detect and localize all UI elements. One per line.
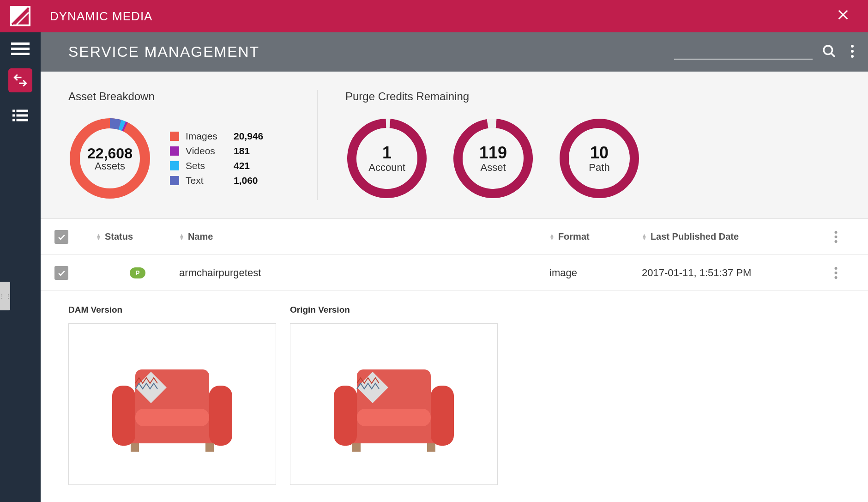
svg-point-28 [834, 231, 837, 234]
legend-label: Text [186, 175, 227, 186]
status-badge: P [130, 267, 145, 278]
content-scroll[interactable]: Asset Breakdown [41, 72, 868, 502]
legend-item: Images 20,946 [170, 131, 263, 142]
col-name[interactable]: ▲▼Name [179, 231, 549, 242]
svg-rect-38 [135, 409, 209, 426]
col-format[interactable]: ▲▼Format [549, 231, 642, 242]
sort-icon: ▲▼ [96, 234, 101, 240]
legend-value: 181 [234, 145, 250, 157]
svg-point-18 [851, 55, 854, 58]
svg-point-30 [834, 240, 837, 243]
cell-published: 2017-01-11, 1:51:37 PM [642, 267, 817, 279]
asset-total-value: 22,608 [87, 145, 133, 162]
dam-version-label: DAM Version [68, 305, 276, 315]
dam-version-column: DAM Version [68, 305, 276, 485]
cell-name: armchairpurgetest [179, 267, 549, 279]
legend-swatch [170, 146, 179, 156]
svg-rect-35 [112, 386, 135, 446]
col-published-label: Last Published Date [651, 231, 739, 242]
svg-rect-10 [12, 115, 15, 116]
legend-swatch [170, 176, 179, 185]
app-title: DYNAMIC MEDIA [50, 9, 832, 24]
purge-gauge-account: 1 Account [345, 117, 428, 200]
assets-table: ▲▼Status ▲▼Name ▲▼Format ▲▼Last Publishe… [41, 219, 868, 291]
gauge-label: Asset [480, 162, 506, 174]
nav-service-management[interactable] [8, 68, 32, 92]
asset-breakdown-title: Asset Breakdown [68, 90, 299, 103]
dam-version-preview[interactable] [68, 323, 276, 485]
origin-version-column: Origin Version [290, 305, 498, 485]
top-bar: DYNAMIC MEDIA [0, 0, 868, 32]
svg-point-31 [834, 267, 837, 270]
check-icon [57, 268, 66, 278]
table-header-row: ▲▼Status ▲▼Name ▲▼Format ▲▼Last Publishe… [41, 219, 868, 255]
more-vert-icon [834, 266, 838, 279]
gauge-value: 1 [382, 143, 392, 163]
svg-rect-43 [334, 386, 357, 446]
svg-point-32 [834, 272, 837, 274]
svg-point-16 [851, 45, 854, 48]
cell-format: image [549, 267, 642, 279]
armchair-image [325, 351, 463, 457]
svg-point-17 [851, 50, 854, 53]
legend-value: 1,060 [234, 175, 258, 186]
purge-credits-title: Purge Credits Remaining [345, 90, 840, 103]
gauge-label: Path [589, 162, 609, 174]
hamburger-icon [11, 42, 30, 55]
purge-gauge-asset: 119 Asset [452, 117, 535, 200]
svg-rect-5 [11, 42, 30, 45]
legend-item: Text 1,060 [170, 175, 263, 186]
nav-list-view[interactable] [8, 103, 32, 127]
asset-breakdown-panel: Asset Breakdown [68, 90, 318, 200]
svg-rect-11 [17, 115, 28, 116]
search-input[interactable] [674, 45, 813, 60]
asset-breakdown-donut: 22,608 Assets [68, 117, 151, 200]
asset-breakdown-legend: Images 20,946 Videos 181 Sets [170, 131, 263, 186]
svg-rect-47 [352, 443, 361, 452]
purge-gauge-path: 10 Path [558, 117, 641, 200]
sidebar-expand-handle[interactable]: ⋮⋮ [0, 282, 10, 310]
search-button[interactable] [822, 44, 837, 60]
dashboard-row: Asset Breakdown [41, 72, 868, 219]
sort-icon: ▲▼ [549, 234, 555, 240]
close-button[interactable] [832, 8, 854, 25]
table-header-more-button[interactable] [817, 230, 854, 243]
app-logo [0, 0, 41, 32]
transfer-icon [13, 73, 27, 87]
page-more-button[interactable] [850, 44, 854, 60]
check-icon [57, 232, 66, 242]
svg-rect-44 [431, 386, 454, 446]
svg-rect-48 [427, 443, 435, 452]
svg-point-33 [834, 276, 837, 279]
gauge-value: 10 [590, 143, 609, 163]
svg-rect-39 [131, 443, 139, 452]
legend-value: 20,946 [234, 131, 263, 142]
select-all-checkbox[interactable] [54, 230, 68, 244]
col-status[interactable]: ▲▼Status [96, 231, 179, 242]
list-icon [12, 109, 28, 122]
version-previews: DAM Version [41, 291, 868, 502]
legend-item: Sets 421 [170, 160, 263, 171]
origin-version-preview[interactable] [290, 323, 498, 485]
col-name-label: Name [188, 231, 213, 242]
svg-rect-7 [11, 53, 30, 55]
legend-label: Images [186, 131, 227, 142]
menu-toggle-button[interactable] [11, 42, 30, 57]
more-vert-icon [834, 230, 838, 243]
svg-rect-9 [17, 110, 28, 112]
sidebar: ⋮⋮ [0, 32, 41, 502]
page-title: SERVICE MANAGEMENT [68, 43, 674, 60]
legend-item: Videos 181 [170, 145, 263, 157]
close-icon [837, 8, 850, 21]
col-published[interactable]: ▲▼Last Published Date [642, 231, 817, 242]
armchair-image [103, 351, 241, 457]
table-row[interactable]: P armchairpurgetest image 2017-01-11, 1:… [41, 255, 868, 291]
more-vert-icon [850, 44, 854, 59]
row-checkbox[interactable] [54, 266, 68, 280]
legend-value: 421 [234, 160, 250, 171]
origin-version-label: Origin Version [290, 305, 498, 315]
svg-point-14 [824, 46, 832, 54]
purge-credits-panel: Purge Credits Remaining 1 Account [318, 90, 840, 200]
sort-icon: ▲▼ [179, 234, 184, 240]
row-more-button[interactable] [817, 266, 854, 279]
